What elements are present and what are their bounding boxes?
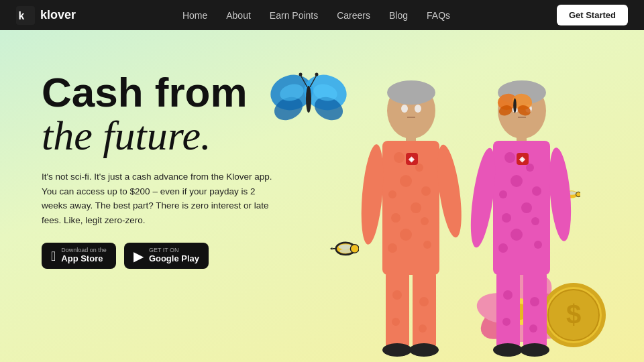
svg-point-42 bbox=[392, 290, 402, 300]
svg-point-25 bbox=[394, 152, 405, 163]
svg-point-20 bbox=[401, 105, 408, 113]
nav-links: Home About Earn Points Careers Blog FAQs bbox=[182, 9, 450, 21]
svg-point-63 bbox=[511, 229, 523, 241]
logo-text: klover bbox=[40, 8, 76, 22]
svg-point-73 bbox=[530, 297, 539, 306]
svg-rect-71 bbox=[523, 272, 547, 349]
svg-point-44 bbox=[392, 318, 400, 326]
svg-point-74 bbox=[502, 318, 511, 326]
svg-marker-101 bbox=[330, 247, 333, 250]
svg-point-47 bbox=[409, 343, 439, 357]
app-store-text: Download on the App Store bbox=[61, 247, 107, 265]
nav-faqs[interactable]: FAQs bbox=[427, 10, 450, 21]
svg-point-29 bbox=[388, 190, 396, 198]
svg-rect-70 bbox=[496, 272, 520, 349]
svg-point-17 bbox=[513, 98, 517, 113]
apple-icon:  bbox=[51, 249, 56, 263]
svg-point-65 bbox=[498, 243, 508, 253]
svg-rect-40 bbox=[386, 272, 409, 349]
google-play-text: GET IT ON Google Play bbox=[149, 247, 199, 265]
nav-careers[interactable]: Careers bbox=[337, 10, 370, 21]
svg-point-33 bbox=[400, 229, 412, 241]
google-play-main: Google Play bbox=[149, 253, 199, 265]
svg-point-32 bbox=[421, 217, 429, 225]
app-store-main: App Store bbox=[61, 253, 107, 265]
google-play-sub: GET IT ON bbox=[149, 247, 199, 253]
svg-point-30 bbox=[411, 202, 421, 213]
navbar: k klover Home About Earn Points Careers … bbox=[0, 0, 644, 30]
svg-point-64 bbox=[534, 241, 542, 249]
svg-point-72 bbox=[503, 290, 513, 300]
hero-section: Cash from the future. It's not sci-fi. I… bbox=[0, 30, 644, 362]
svg-text:◈: ◈ bbox=[408, 155, 415, 163]
get-started-button[interactable]: Get Started bbox=[557, 5, 628, 25]
svg-point-21 bbox=[415, 105, 421, 113]
svg-point-28 bbox=[421, 186, 431, 196]
svg-point-12 bbox=[315, 73, 319, 76]
nav-earn-points[interactable]: Earn Points bbox=[270, 10, 318, 21]
nav-home[interactable]: Home bbox=[182, 10, 207, 21]
svg-point-27 bbox=[400, 175, 412, 187]
svg-point-19 bbox=[387, 80, 435, 105]
svg-point-8 bbox=[306, 86, 311, 113]
hero-content: Cash from the future. It's not sci-fi. I… bbox=[42, 70, 283, 269]
svg-point-75 bbox=[529, 324, 537, 333]
svg-point-69 bbox=[546, 147, 574, 242]
nav-about[interactable]: About bbox=[226, 10, 251, 21]
svg-rect-41 bbox=[413, 272, 436, 349]
svg-point-34 bbox=[423, 241, 431, 249]
google-play-button[interactable]: ▶ GET IT ON Google Play bbox=[124, 243, 209, 269]
orange-butterfly bbox=[496, 90, 533, 119]
figure-left: ◈ bbox=[352, 74, 470, 362]
svg-point-35 bbox=[388, 243, 397, 253]
svg-point-45 bbox=[419, 324, 427, 333]
svg-point-31 bbox=[391, 213, 400, 223]
svg-point-58 bbox=[532, 186, 541, 196]
svg-text:k: k bbox=[19, 10, 25, 21]
logo[interactable]: k klover bbox=[16, 6, 76, 25]
app-store-button[interactable]:  Download on the App Store bbox=[42, 243, 116, 269]
svg-point-59 bbox=[499, 190, 507, 198]
hero-title-line2: the future. bbox=[42, 114, 283, 158]
svg-point-46 bbox=[382, 343, 412, 357]
svg-point-26 bbox=[415, 164, 423, 172]
google-play-icon: ▶ bbox=[133, 249, 144, 263]
svg-point-77 bbox=[520, 343, 549, 357]
svg-point-57 bbox=[511, 175, 523, 187]
hero-title-line1: Cash from bbox=[42, 70, 283, 114]
svg-point-76 bbox=[493, 343, 523, 357]
app-buttons:  Download on the App Store ▶ GET IT ON … bbox=[42, 243, 283, 269]
svg-point-61 bbox=[502, 213, 511, 223]
svg-point-98 bbox=[339, 249, 352, 253]
app-store-sub: Download on the bbox=[61, 247, 107, 253]
nav-blog[interactable]: Blog bbox=[389, 10, 408, 21]
svg-point-62 bbox=[531, 217, 539, 225]
hero-description: It's not sci-fi. It's just a cash advanc… bbox=[42, 170, 283, 227]
svg-point-11 bbox=[299, 73, 303, 76]
svg-point-60 bbox=[521, 202, 532, 213]
klover-logo-icon: k bbox=[16, 6, 35, 25]
svg-point-55 bbox=[504, 152, 515, 163]
svg-point-43 bbox=[419, 297, 429, 306]
svg-point-56 bbox=[526, 164, 534, 172]
svg-text:◈: ◈ bbox=[519, 155, 525, 163]
